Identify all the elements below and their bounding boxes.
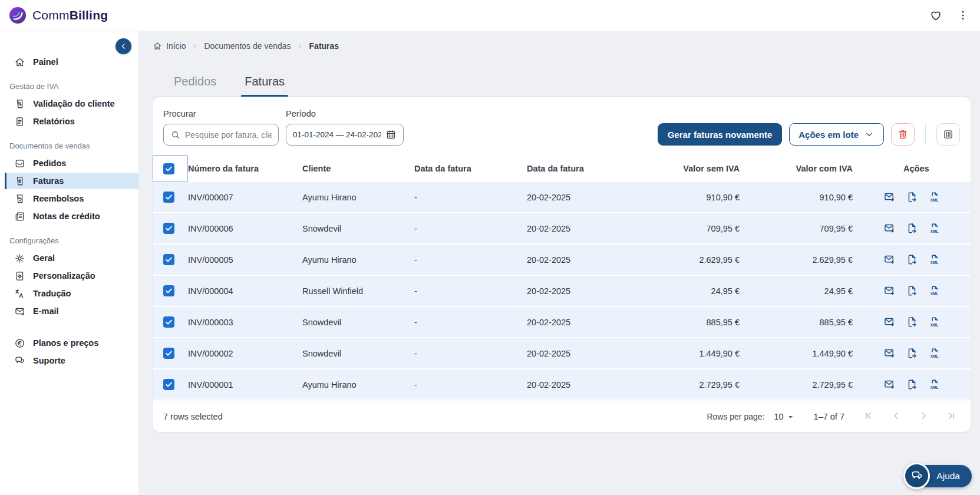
row-actions: XML xyxy=(853,182,971,212)
last-page-button[interactable] xyxy=(945,410,958,424)
export-file-icon[interactable] xyxy=(906,285,918,297)
sidebar-item-reembolsos[interactable]: Reembolsos xyxy=(0,190,138,207)
first-page-button[interactable] xyxy=(862,410,875,424)
columns-button[interactable] xyxy=(936,123,960,146)
batch-actions-button[interactable]: Ações em lote xyxy=(789,123,884,146)
row-checkbox[interactable] xyxy=(163,254,174,265)
breadcrumb-item-in-cio[interactable]: Início xyxy=(153,41,186,51)
table-body: INV/000007Ayumu Hirano-20-02-2025910,90 … xyxy=(153,182,971,400)
row-checkbox[interactable] xyxy=(163,316,174,328)
home-icon xyxy=(14,57,25,68)
client-name: Ayumu Hirano xyxy=(302,369,414,400)
net-amount: 885,95 € xyxy=(645,307,740,337)
favorites-heart-icon[interactable] xyxy=(929,9,942,22)
sidebar-item-relat-rios[interactable]: Relatórios xyxy=(0,113,138,130)
receipt-percent-icon xyxy=(14,98,25,110)
sidebar-item-personaliza-o[interactable]: Personalização xyxy=(0,268,138,284)
gross-amount: 709,95 € xyxy=(740,213,853,243)
brand-part2: Billing xyxy=(70,8,108,22)
gross-amount: 24,95 € xyxy=(740,276,853,306)
send-email-icon[interactable] xyxy=(883,191,896,203)
net-amount: 1.449,90 € xyxy=(645,338,740,368)
sidebar-item-label: E-mail xyxy=(33,306,59,316)
export-file-icon[interactable] xyxy=(906,316,918,328)
send-email-icon[interactable] xyxy=(883,222,896,235)
breadcrumb: InícioDocumentos de vendasFaturas xyxy=(153,39,971,52)
export-file-icon[interactable] xyxy=(906,253,918,266)
send-email-icon[interactable] xyxy=(883,378,896,391)
export-file-icon[interactable] xyxy=(906,222,918,235)
chevron-down-icon xyxy=(864,129,875,140)
export-file-icon[interactable] xyxy=(906,347,918,359)
period-value: 01-01-2024 — 24-02-2025 xyxy=(293,130,381,139)
export-file-icon[interactable] xyxy=(906,378,918,391)
export-file-icon[interactable] xyxy=(906,191,918,203)
column-header-valor-com-iva-5[interactable]: Valor com IVA xyxy=(740,155,853,182)
search-input[interactable] xyxy=(185,130,272,140)
send-email-icon[interactable] xyxy=(883,253,896,266)
download-xml-icon[interactable]: XML xyxy=(928,347,941,359)
column-header-data-da-fatura-2[interactable]: Data da fatura xyxy=(414,155,527,182)
column-header-n-mero-da-fatura-0[interactable]: Número da fatura xyxy=(188,155,302,182)
next-page-button[interactable] xyxy=(918,410,930,424)
period-input[interactable]: 01-01-2024 — 24-02-2025 xyxy=(286,124,404,146)
sidebar-item-planos-e-pre-os[interactable]: Planos e preços xyxy=(0,335,138,351)
select-all-checkbox[interactable] xyxy=(163,163,174,174)
gross-amount: 2.629,95 € xyxy=(740,245,853,275)
sidebar-item-faturas[interactable]: Faturas xyxy=(5,173,138,189)
invoice-date-2: 20-02-2025 xyxy=(527,276,645,306)
download-xml-icon[interactable]: XML xyxy=(928,285,941,297)
column-header-valor-sem-iva-4[interactable]: Valor sem IVA xyxy=(645,155,740,182)
rows-per-page-select[interactable]: 10 xyxy=(774,411,796,423)
more-options-icon[interactable] xyxy=(956,9,969,22)
breadcrumb-item-documentos-de-vendas[interactable]: Documentos de vendas xyxy=(204,41,291,51)
sidebar-item-label: Faturas xyxy=(33,176,64,186)
tab-faturas[interactable]: Faturas xyxy=(241,74,288,96)
sidebar-item-label: Reembolsos xyxy=(33,194,84,203)
breadcrumb-label: Faturas xyxy=(309,41,339,51)
previous-page-button[interactable] xyxy=(890,410,902,424)
send-email-icon[interactable] xyxy=(883,316,896,328)
row-checkbox[interactable] xyxy=(163,379,174,390)
credit-note-icon xyxy=(14,211,25,222)
row-checkbox[interactable] xyxy=(163,285,174,296)
download-xml-icon[interactable]: XML xyxy=(928,316,941,328)
send-email-icon[interactable] xyxy=(883,347,896,359)
row-checkbox[interactable] xyxy=(163,348,174,359)
invoice-date-1: - xyxy=(414,276,527,306)
table-row: INV/000004Russell Winfield-20-02-202524,… xyxy=(153,276,971,306)
download-xml-icon[interactable]: XML xyxy=(928,253,941,266)
sidebar-item-pedidos[interactable]: Pedidos xyxy=(0,155,138,171)
sidebar-section-label: Gestão de IVA xyxy=(0,82,138,91)
breadcrumb-item-faturas[interactable]: Faturas xyxy=(309,41,339,51)
column-header-cliente-1[interactable]: Cliente xyxy=(302,155,414,182)
row-actions: XML xyxy=(853,307,971,337)
column-header-data-da-fatura-3[interactable]: Data da fatura xyxy=(527,155,645,182)
sidebar-item-suporte[interactable]: Suporte xyxy=(0,352,138,369)
sidebar-collapse-button[interactable] xyxy=(116,38,131,54)
column-header-a-es-6[interactable]: Ações xyxy=(853,155,971,182)
filters-bar: Procurar Período 01-01-2024 — 24-02-2025… xyxy=(153,97,971,155)
help-fab[interactable]: Ajuda xyxy=(903,463,972,489)
row-checkbox[interactable] xyxy=(163,223,174,234)
row-checkbox[interactable] xyxy=(163,192,174,203)
tab-pedidos[interactable]: Pedidos xyxy=(170,74,220,96)
sidebar-item-tradu-o[interactable]: Tradução xyxy=(0,285,138,302)
invoices-card: Procurar Período 01-01-2024 — 24-02-2025… xyxy=(153,97,971,432)
sidebar-item-valida-o-do-cliente[interactable]: Validação do cliente xyxy=(0,95,138,112)
regenerate-invoices-button[interactable]: Gerar faturas novamente xyxy=(658,123,783,146)
svg-text:XML: XML xyxy=(930,229,939,233)
translate-icon xyxy=(14,288,25,299)
download-xml-icon[interactable]: XML xyxy=(928,191,941,203)
sidebar-item-notas-de-cr-dito[interactable]: Notas de crédito xyxy=(0,208,138,225)
trash-icon xyxy=(897,128,909,140)
sidebar-item-e-mail[interactable]: E-mail xyxy=(0,303,138,319)
delete-button[interactable] xyxy=(891,123,915,146)
send-email-icon[interactable] xyxy=(883,285,896,297)
svg-text:XML: XML xyxy=(930,292,939,296)
brand: CommBilling xyxy=(8,6,108,25)
sidebar-item-geral[interactable]: Geral xyxy=(0,250,138,266)
download-xml-icon[interactable]: XML xyxy=(928,222,941,235)
download-xml-icon[interactable]: XML xyxy=(928,378,941,391)
sidebar-item-painel[interactable]: Painel xyxy=(0,54,138,70)
